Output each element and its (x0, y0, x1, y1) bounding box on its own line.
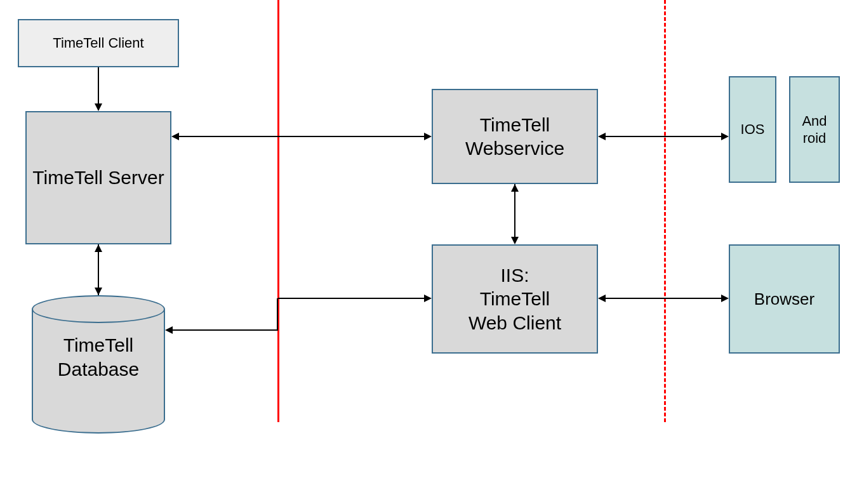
node-label: IOS (741, 121, 765, 138)
node-label: TimeTell Webservice (433, 113, 597, 161)
node-label: And roid (802, 112, 827, 147)
connector (514, 184, 515, 237)
node-timetell-client: TimeTell Client (18, 19, 179, 67)
node-timetell-database: TimeTell Database (32, 295, 165, 434)
node-timetell-webservice: TimeTell Webservice (432, 89, 598, 184)
arrow-left-icon (165, 326, 173, 334)
connector (179, 136, 424, 137)
arrow-down-icon (511, 237, 519, 244)
node-label: IIS: TimeTell Web Client (468, 263, 561, 335)
connector (98, 67, 99, 103)
divider-dashed (664, 0, 666, 422)
arrow-right-icon (721, 295, 729, 302)
node-label: TimeTell Server (32, 166, 164, 190)
arrow-right-icon (424, 133, 432, 140)
arrow-left-icon (598, 133, 606, 140)
node-label: TimeTell Database (32, 333, 165, 381)
arrow-down-icon (95, 103, 102, 111)
connector (278, 298, 424, 299)
arrow-right-icon (424, 295, 432, 302)
arrow-right-icon (721, 133, 729, 140)
node-timetell-webclient: IIS: TimeTell Web Client (432, 244, 598, 354)
node-android: And roid (789, 76, 840, 183)
node-browser: Browser (729, 244, 840, 354)
node-label: Browser (754, 289, 814, 310)
arrow-left-icon (598, 295, 606, 302)
connector (277, 298, 278, 331)
node-ios: IOS (729, 76, 776, 183)
arrow-up-icon (511, 184, 519, 192)
node-timetell-server: TimeTell Server (25, 111, 171, 244)
connector (606, 136, 721, 137)
divider-solid (277, 0, 279, 422)
connector (173, 329, 278, 331)
arrow-left-icon (171, 133, 179, 140)
node-label: TimeTell Client (53, 34, 143, 52)
arrow-down-icon (95, 288, 102, 295)
connector (606, 298, 721, 299)
arrow-up-icon (95, 244, 102, 252)
